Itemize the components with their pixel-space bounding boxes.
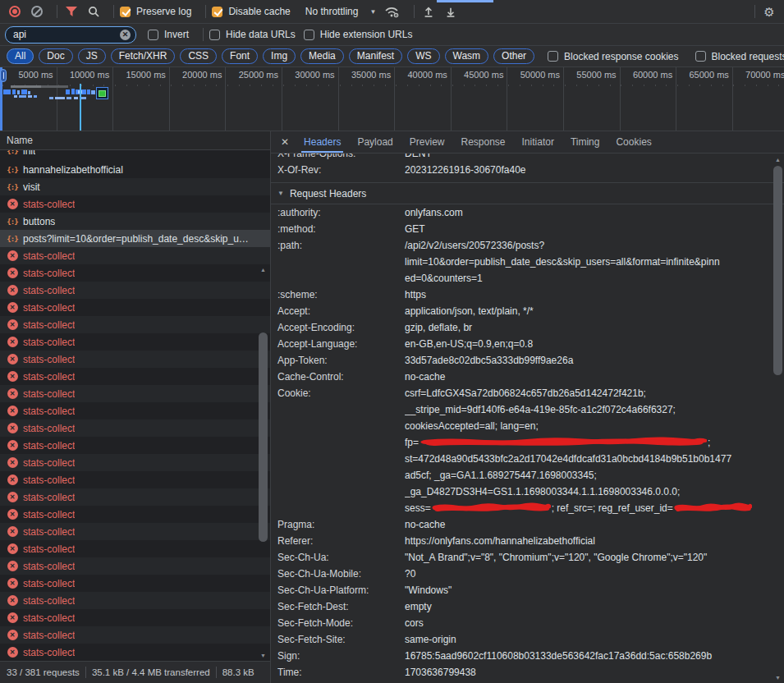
record-button[interactable] (7, 3, 23, 20)
request-row[interactable]: ✕stats-collect (0, 609, 270, 626)
request-row[interactable]: {:}visit (0, 178, 270, 195)
import-har-button[interactable] (420, 3, 437, 20)
request-row[interactable]: ✕stats-collect (0, 351, 270, 368)
disable-cache-checkbox[interactable]: Disable cache (212, 6, 290, 17)
request-list-panel: Name {:}init{:}hannahelizabethofficial{:… (0, 131, 271, 683)
throttling-value: No throttling (305, 6, 359, 17)
request-row[interactable]: ✕stats-collect (0, 419, 270, 437)
header-value-line: 33d57ade8c02dbc5a333db99ff9ae26a (405, 352, 784, 369)
preserve-log-checkbox[interactable]: Preserve log (120, 6, 191, 17)
type-filter-css[interactable]: CSS (180, 48, 217, 64)
header-row: Sign:16785:5aad9602cf110608b03133de56364… (271, 648, 784, 664)
export-har-button[interactable] (442, 3, 459, 20)
request-row[interactable]: {:}buttons (0, 213, 270, 230)
name-column-header[interactable]: Name (0, 131, 270, 150)
request-row[interactable]: {:}init (0, 150, 270, 161)
checkbox-blocked-response-cookies[interactable]: Blocked response cookies (548, 51, 678, 62)
tab-payload[interactable]: Payload (349, 131, 401, 153)
checkbox-blocked-requests[interactable]: Blocked requests (695, 51, 784, 62)
request-row[interactable]: ✕stats-collect (0, 316, 270, 333)
type-filter-ws[interactable]: WS (407, 48, 439, 64)
request-name: stats-collect (23, 578, 75, 589)
type-filter-media[interactable]: Media (300, 48, 344, 64)
request-row[interactable]: ✕stats-collect (0, 488, 270, 506)
settings-button[interactable]: ⚙ (761, 3, 777, 20)
type-filter-wasm[interactable]: Wasm (445, 48, 489, 64)
request-row-inner: ✕stats-collect (6, 371, 75, 383)
clear-filter-icon[interactable]: ✕ (120, 30, 131, 40)
filter-toggle-button[interactable] (63, 3, 80, 20)
tab-response[interactable]: Response (452, 131, 513, 153)
type-filter-js[interactable]: JS (78, 48, 106, 64)
network-conditions-button[interactable] (383, 3, 402, 20)
request-row[interactable]: ✕stats-collect (0, 282, 270, 299)
request-row[interactable]: ✕stats-collect (0, 523, 270, 540)
details-scrollbar[interactable]: ▲ ▼ (773, 154, 783, 683)
header-value-line: no-cache (405, 516, 784, 533)
timeline-brush-handle[interactable] (0, 69, 7, 82)
type-filter-fetch-xhr[interactable]: Fetch/XHR (111, 48, 176, 64)
checkbox-label: Blocked response cookies (564, 51, 678, 62)
request-name: stats-collect (23, 474, 75, 486)
request-row[interactable]: ✕stats-collect (0, 575, 270, 592)
tab-headers[interactable]: Headers (296, 131, 349, 153)
request-row[interactable]: ✕stats-collect (0, 299, 270, 316)
scroll-up-icon[interactable]: ▲ (773, 157, 783, 163)
type-filter-other[interactable]: Other (493, 48, 534, 64)
scrollbar-thumb[interactable] (773, 166, 782, 375)
request-row[interactable]: ✕stats-collect (0, 368, 270, 385)
search-button[interactable] (85, 3, 102, 20)
request-row[interactable]: ✕stats-collect (0, 471, 270, 488)
filter-input[interactable] (13, 29, 120, 40)
clear-icon (31, 6, 43, 17)
request-list-scrollbar[interactable]: ▲ ▼ (258, 264, 268, 661)
request-row[interactable]: {:}hannahelizabethofficial (0, 161, 270, 178)
header-row: Sec-Ch-Ua:"Not_A Brand";v="8", "Chromium… (271, 549, 784, 566)
request-row[interactable]: ✕stats-collect (0, 264, 270, 282)
tab-timing[interactable]: Timing (562, 131, 608, 153)
close-details-button[interactable]: ✕ (281, 136, 289, 148)
request-row[interactable]: ✕stats-collect (0, 454, 270, 471)
invert-checkbox[interactable]: Invert (148, 29, 189, 40)
request-row[interactable]: ✕stats-collect (0, 437, 270, 454)
clear-button[interactable] (29, 3, 45, 20)
tab-cookies[interactable]: Cookies (607, 131, 659, 153)
hide-data-urls-checkbox[interactable]: Hide data URLs (209, 29, 296, 40)
request-row[interactable]: ✕stats-collect (0, 506, 270, 523)
request-headers-section-header[interactable]: ▼ Request Headers (271, 182, 784, 204)
request-row[interactable]: ✕stats-collect (0, 592, 270, 609)
header-name: X-Frame-Options: (271, 154, 405, 162)
request-row[interactable]: ✕stats-collect (0, 626, 270, 644)
filter-input-box[interactable]: ✕ (5, 26, 136, 44)
type-filter-img[interactable]: Img (263, 48, 296, 64)
request-row-inner: ✕stats-collect (6, 578, 75, 589)
header-value: cors (405, 615, 784, 631)
request-row[interactable]: {:}posts?limit=10&order=publish_date_des… (0, 230, 270, 247)
timeline-overview[interactable]: 5000 ms10000 ms15000 ms20000 ms25000 ms3… (0, 67, 784, 131)
request-row[interactable]: ✕stats-collect (0, 644, 270, 661)
type-filter-manifest[interactable]: Manifest (349, 48, 402, 64)
type-filter-font[interactable]: Font (222, 48, 258, 64)
type-filter-doc[interactable]: Doc (39, 48, 72, 64)
tab-initiator[interactable]: Initiator (514, 131, 562, 153)
request-name: stats-collect (23, 492, 75, 503)
hide-extension-urls-checkbox[interactable]: Hide extension URLs (304, 29, 413, 40)
request-row[interactable]: ✕stats-collect (0, 402, 270, 419)
request-row[interactable]: ✕stats-collect (0, 333, 270, 351)
request-name: stats-collect (23, 647, 75, 658)
request-row[interactable]: ✕stats-collect (0, 195, 270, 213)
tab-preview[interactable]: Preview (401, 131, 453, 153)
request-row[interactable]: ✕stats-collect (0, 385, 270, 402)
request-row[interactable]: ✕stats-collect (0, 557, 270, 575)
request-row[interactable]: ✕stats-collect (0, 247, 270, 264)
scroll-down-icon[interactable]: ▼ (773, 675, 783, 681)
throttling-dropdown[interactable]: No throttling ▼ (305, 6, 377, 17)
scroll-down-icon[interactable]: ▼ (258, 653, 268, 658)
type-filter-all[interactable]: All (7, 48, 34, 64)
header-value-line: ed=0&counters=1 (405, 270, 784, 286)
request-row[interactable]: ✕stats-collect (0, 540, 270, 557)
gear-icon: ⚙ (763, 6, 774, 18)
scrollbar-thumb[interactable] (259, 332, 268, 542)
header-value-line: https (405, 286, 784, 303)
scroll-up-icon[interactable]: ▲ (258, 267, 268, 273)
